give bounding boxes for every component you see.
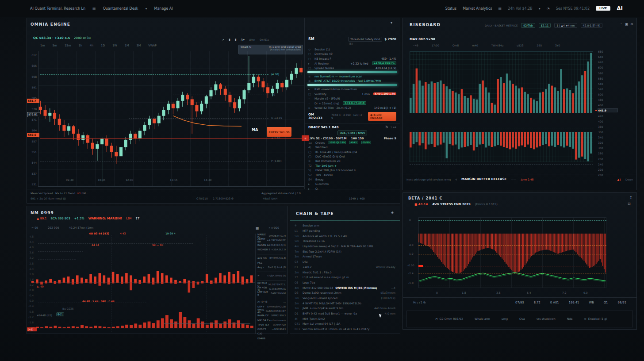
sort-icon[interactable]: ↕ (629, 196, 632, 200)
status-item[interactable]: Nda (567, 317, 573, 321)
timeframe-button[interactable]: VWAP (148, 44, 157, 47)
log-row[interactable]: D3 Demo 3a9Q reconnect 2mm d5u7mmm (295, 290, 395, 296)
column-tab[interactable]: TWH 84u (491, 44, 503, 47)
timeframe-button[interactable]: 1D (101, 44, 105, 47)
status-item[interactable]: Ova (519, 317, 525, 321)
menu-item-terminal[interactable]: AI Quant Terminal, Research Ln (30, 7, 85, 11)
order-row[interactable]: ◦ Dr + 22mm1 (nq) 2.19.0–77.4019 (305, 101, 400, 106)
status-item[interactable]: ◔ G2 Omm R01/92 (435, 317, 463, 321)
order-row[interactable]: □ Volatility 1 min 8.49·1.199·1.49 (305, 92, 400, 96)
order-row[interactable]: ▫ Wmql 42 Trim · 2n.m (9,2) 149 nc1(j) +… (305, 106, 400, 111)
expand-icon[interactable]: ⊡ (628, 202, 631, 206)
liquidate-button[interactable]: ● B-LIQ ENGAGE (368, 112, 396, 121)
order-row[interactable]: □ Spread Nodes 429.474 (11.9) (305, 65, 400, 70)
log-row[interactable]: 3m Vanguard L-Board synced (1003219) (295, 296, 395, 301)
chevron-down-icon[interactable]: ▾ (539, 7, 540, 11)
column-tab[interactable]: m40 (472, 44, 478, 47)
order-row[interactable]: □ Downside 4θ (305, 52, 400, 57)
position-row[interactable]: ▸ G-comms (305, 182, 400, 186)
mode-pill[interactable]: LMA / LIMIT / MW9 (337, 131, 367, 135)
draw-icon[interactable]: ↗ (222, 38, 224, 42)
log-row[interactable]: C1 +4bL2 WBmrr dresdy (295, 265, 395, 270)
collapse-icon[interactable]: ▾ (391, 21, 392, 25)
status-item[interactable]: Whale arm (475, 317, 490, 321)
zoom-stat[interactable]: » n·000 (269, 226, 279, 230)
globe-icon[interactable]: ⊕ (630, 22, 633, 26)
range-box[interactable]: 42.0·1.5? (4) (581, 23, 603, 28)
log-row[interactable]: L1 MTF pending (295, 228, 395, 234)
analytics-link[interactable]: Market Analytics (463, 7, 492, 11)
tool-stat[interactable]: 49.24·37mn (1σm (69, 226, 94, 230)
dot-icon[interactable]: · (621, 22, 622, 26)
signal-box[interactable]: 1 | ▲4 ▼4 nm (554, 23, 577, 28)
threshold-button[interactable]: Threshold Safety Grid (348, 37, 382, 42)
entry-order-button[interactable]: ENTRY 561.30 (267, 127, 291, 137)
log-row[interactable]: 1T L1/1 ad amend u·a+ margin g1 m (295, 275, 395, 280)
column-tab[interactable]: 17:00 (432, 44, 439, 47)
tool-stat[interactable]: 292 999 (48, 226, 59, 230)
timeframe-button[interactable]: 1m (40, 44, 45, 47)
log-row[interactable]: 4m Mvhw 412 000 00u 84 QfWEIB IRS M JBS … (295, 285, 395, 290)
log-row[interactable]: 4· Session arm (295, 223, 395, 228)
timeframe-button[interactable]: 4h (90, 44, 93, 47)
panel-icon[interactable]: ▣ (625, 22, 629, 26)
log-row[interactable]: CC1 Vol mm amount d : mmm .m u4 4?1 m 41… (295, 326, 395, 332)
buy-box[interactable]: £2.11 (539, 23, 551, 28)
bars-icon[interactable]: ▮ (235, 38, 237, 42)
position-row[interactable]: ◯ DbC 45w32 Grid Qvd (305, 154, 400, 158)
log-row[interactable]: 4m Liquidation sweep 4.5k/12 · MALM TBA … (295, 244, 395, 249)
log-row[interactable]: 7m Slot flow 2.0x/4.4 F2PW (14) (295, 249, 395, 254)
live-badge[interactable]: LIVE (596, 6, 610, 11)
order-row[interactable]: ≡ nm Summit m — momentum scan (305, 74, 400, 79)
order-row[interactable]: □ KB Impact P 459 · 1.4% (305, 56, 400, 61)
timeframe-button[interactable]: 1h (79, 44, 82, 47)
status-item[interactable]: vrs shutdown (537, 317, 556, 321)
position-row[interactable]: S4 Bmag (305, 177, 400, 181)
refresh-icon[interactable]: ↻ (385, 125, 388, 129)
position-row[interactable]: 4) Watched (305, 145, 400, 150)
apps-icon[interactable]: ▦ (92, 7, 96, 11)
entry-line[interactable] (40, 132, 267, 132)
position-row[interactable]: ▸ O. (305, 186, 400, 191)
log-row[interactable]: C4 L4u (295, 259, 395, 265)
order-row[interactable] (307, 71, 397, 73)
annotate-icon[interactable]: A▾ (241, 38, 245, 42)
column-tab[interactable]: −49 (413, 44, 418, 47)
column-tab[interactable]: u523 (517, 44, 523, 47)
log-row[interactable]: 2m 4 9YMT F3L M9/LG4 MT 549r 199L0471L9b (295, 300, 395, 306)
sell-box[interactable]: 92/7kb (521, 23, 535, 28)
column-tab[interactable]: 295 (537, 44, 542, 47)
status-item[interactable]: umg (502, 317, 508, 321)
log-row[interactable]: 2m JMM .a nm G3/414 audit 9.0m 4410mm Am… (295, 306, 395, 311)
position-row[interactable]: S2 TD9 · A9999 (305, 173, 400, 177)
stop-line[interactable] (40, 138, 302, 139)
order-row[interactable]: ◦ Margin v2 · (F9u9) (305, 96, 400, 101)
log-row[interactable]: 5m Advance AI watch ETL 19.5 2.40 (295, 233, 395, 238)
calendar-icon[interactable]: ▦ (256, 226, 259, 230)
menu-item-manage[interactable]: Manage AI (154, 7, 173, 11)
order-row[interactable]: ▸ AI Regime +2.22 lu fwd +4.99/4.99/41% (305, 61, 400, 66)
position-row[interactable]: 1a Orders 3399 Qt 199 A945 69/99 (305, 140, 400, 145)
position-row[interactable]: T2 Tier 1w9 Jam + (305, 163, 400, 168)
timeframe-button[interactable]: 1W (112, 44, 117, 47)
timeframe-button[interactable]: 3M (137, 44, 141, 47)
alert-tag[interactable]: ≡ (302, 135, 309, 141)
bars-icon[interactable]: ▮ (229, 38, 230, 42)
position-row[interactable]: ≡ IDA Immersion 2B (305, 159, 400, 163)
timeframe-button[interactable]: 5m (52, 44, 57, 47)
column-tab[interactable]: 3Y0 (555, 44, 560, 47)
shield-icon[interactable]: ◈ (391, 211, 394, 215)
order-row[interactable]: ≡ BMNT AT&T 10/20 thresholds · fwd 5.8MW… (305, 79, 400, 84)
log-row[interactable]: 2m Kinetic 7s/1.1 : F9a.0 (295, 269, 395, 275)
timeframe-button[interactable]: 1M (125, 44, 129, 47)
status-link[interactable]: Status (445, 7, 457, 11)
order-row[interactable]: ▸ RMF onward-9mm momentum (305, 87, 400, 92)
log-row[interactable]: 5m Threshold 17.1a (295, 238, 395, 244)
order-row[interactable] (307, 84, 397, 86)
log-row[interactable]: C41 Mem Lvl vmmd 94 (L7 | .9A (295, 321, 395, 326)
timeframe-button[interactable]: 15m (65, 44, 71, 47)
log-row[interactable]: 3m Armed 17mav (295, 254, 395, 259)
status-item[interactable]: ⊙ Enabled (1 g) (584, 317, 607, 321)
order-row[interactable]: ◇ Session (1) (305, 47, 400, 52)
tool-stat[interactable]: ≈ 99 (31, 226, 38, 230)
